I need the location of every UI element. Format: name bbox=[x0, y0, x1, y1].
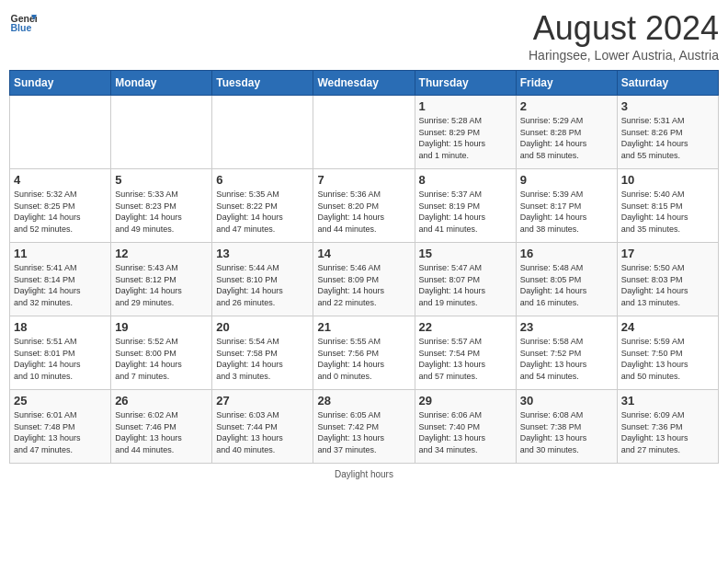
day-number: 18 bbox=[14, 320, 107, 334]
day-number: 5 bbox=[115, 173, 208, 187]
day-info: Sunrise: 6:08 AM Sunset: 7:38 PM Dayligh… bbox=[520, 409, 613, 455]
day-cell: 19Sunrise: 5:52 AM Sunset: 8:00 PM Dayli… bbox=[111, 316, 212, 390]
day-info: Sunrise: 5:37 AM Sunset: 8:19 PM Dayligh… bbox=[419, 189, 512, 235]
location-title: Haringsee, Lower Austria, Austria bbox=[529, 48, 719, 63]
day-info: Sunrise: 5:31 AM Sunset: 8:26 PM Dayligh… bbox=[621, 115, 714, 161]
day-info: Sunrise: 5:44 AM Sunset: 8:10 PM Dayligh… bbox=[216, 262, 309, 308]
day-cell: 2Sunrise: 5:29 AM Sunset: 8:28 PM Daylig… bbox=[516, 96, 617, 169]
day-cell: 18Sunrise: 5:51 AM Sunset: 8:01 PM Dayli… bbox=[10, 316, 111, 390]
month-title: August 2024 bbox=[529, 9, 719, 48]
day-info: Sunrise: 5:57 AM Sunset: 7:54 PM Dayligh… bbox=[419, 336, 512, 382]
day-info: Sunrise: 5:55 AM Sunset: 7:56 PM Dayligh… bbox=[317, 336, 410, 382]
day-number: 6 bbox=[216, 173, 309, 187]
day-number: 2 bbox=[520, 99, 613, 113]
day-info: Sunrise: 5:47 AM Sunset: 8:07 PM Dayligh… bbox=[419, 262, 512, 308]
day-number: 27 bbox=[216, 394, 309, 408]
week-row-1: 1Sunrise: 5:28 AM Sunset: 8:29 PM Daylig… bbox=[10, 96, 719, 169]
day-cell: 10Sunrise: 5:40 AM Sunset: 8:15 PM Dayli… bbox=[617, 169, 718, 243]
day-cell: 15Sunrise: 5:47 AM Sunset: 8:07 PM Dayli… bbox=[415, 243, 516, 316]
day-number: 19 bbox=[115, 320, 208, 334]
day-number: 23 bbox=[520, 320, 613, 334]
day-cell: 11Sunrise: 5:41 AM Sunset: 8:14 PM Dayli… bbox=[10, 243, 111, 316]
week-row-5: 25Sunrise: 6:01 AM Sunset: 7:48 PM Dayli… bbox=[10, 390, 719, 464]
header-cell-tuesday: Tuesday bbox=[212, 71, 313, 96]
title-area: August 2024 Haringsee, Lower Austria, Au… bbox=[529, 9, 719, 63]
day-number: 13 bbox=[216, 247, 309, 260]
header-cell-wednesday: Wednesday bbox=[313, 71, 415, 96]
daylight-note: Daylight hours bbox=[9, 469, 719, 479]
day-cell bbox=[313, 96, 415, 169]
header-cell-monday: Monday bbox=[111, 71, 212, 96]
header-row: SundayMondayTuesdayWednesdayThursdayFrid… bbox=[10, 71, 719, 96]
day-cell: 3Sunrise: 5:31 AM Sunset: 8:26 PM Daylig… bbox=[617, 96, 718, 169]
day-cell: 20Sunrise: 5:54 AM Sunset: 7:58 PM Dayli… bbox=[212, 316, 313, 390]
day-info: Sunrise: 5:58 AM Sunset: 7:52 PM Dayligh… bbox=[520, 336, 613, 382]
day-number: 15 bbox=[419, 247, 512, 260]
day-info: Sunrise: 5:35 AM Sunset: 8:22 PM Dayligh… bbox=[216, 189, 309, 235]
day-cell: 1Sunrise: 5:28 AM Sunset: 8:29 PM Daylig… bbox=[415, 96, 516, 169]
day-cell: 6Sunrise: 5:35 AM Sunset: 8:22 PM Daylig… bbox=[212, 169, 313, 243]
day-cell: 30Sunrise: 6:08 AM Sunset: 7:38 PM Dayli… bbox=[516, 390, 617, 464]
day-cell bbox=[10, 96, 111, 169]
day-number: 11 bbox=[14, 247, 107, 260]
day-info: Sunrise: 5:29 AM Sunset: 8:28 PM Dayligh… bbox=[520, 115, 613, 161]
day-number: 29 bbox=[419, 394, 512, 408]
day-info: Sunrise: 6:05 AM Sunset: 7:42 PM Dayligh… bbox=[317, 409, 410, 455]
day-number: 7 bbox=[317, 173, 410, 187]
day-info: Sunrise: 5:52 AM Sunset: 8:00 PM Dayligh… bbox=[115, 336, 208, 382]
day-cell: 26Sunrise: 6:02 AM Sunset: 7:46 PM Dayli… bbox=[111, 390, 212, 464]
day-number: 22 bbox=[419, 320, 512, 334]
day-number: 24 bbox=[621, 320, 714, 334]
day-number: 10 bbox=[621, 173, 714, 187]
day-cell: 21Sunrise: 5:55 AM Sunset: 7:56 PM Dayli… bbox=[313, 316, 415, 390]
day-info: Sunrise: 5:54 AM Sunset: 7:58 PM Dayligh… bbox=[216, 336, 309, 382]
logo: General Blue bbox=[9, 9, 37, 37]
day-cell: 8Sunrise: 5:37 AM Sunset: 8:19 PM Daylig… bbox=[415, 169, 516, 243]
logo-icon: General Blue bbox=[9, 9, 37, 37]
day-number: 28 bbox=[317, 394, 410, 408]
day-cell: 24Sunrise: 5:59 AM Sunset: 7:50 PM Dayli… bbox=[617, 316, 718, 390]
day-number: 26 bbox=[115, 394, 208, 408]
day-number: 12 bbox=[115, 247, 208, 260]
day-info: Sunrise: 5:28 AM Sunset: 8:29 PM Dayligh… bbox=[419, 115, 512, 161]
day-cell: 27Sunrise: 6:03 AM Sunset: 7:44 PM Dayli… bbox=[212, 390, 313, 464]
day-number: 17 bbox=[621, 247, 714, 260]
day-info: Sunrise: 5:41 AM Sunset: 8:14 PM Dayligh… bbox=[14, 262, 107, 308]
day-info: Sunrise: 5:50 AM Sunset: 8:03 PM Dayligh… bbox=[621, 262, 714, 308]
day-number: 14 bbox=[317, 247, 410, 260]
day-number: 16 bbox=[520, 247, 613, 260]
header: General Blue August 2024 Haringsee, Lowe… bbox=[9, 9, 719, 63]
header-cell-friday: Friday bbox=[516, 71, 617, 96]
day-number: 8 bbox=[419, 173, 512, 187]
day-info: Sunrise: 5:39 AM Sunset: 8:17 PM Dayligh… bbox=[520, 189, 613, 235]
day-cell: 28Sunrise: 6:05 AM Sunset: 7:42 PM Dayli… bbox=[313, 390, 415, 464]
day-info: Sunrise: 5:33 AM Sunset: 8:23 PM Dayligh… bbox=[115, 189, 208, 235]
day-number: 9 bbox=[520, 173, 613, 187]
day-info: Sunrise: 5:32 AM Sunset: 8:25 PM Dayligh… bbox=[14, 189, 107, 235]
day-cell: 13Sunrise: 5:44 AM Sunset: 8:10 PM Dayli… bbox=[212, 243, 313, 316]
day-cell: 16Sunrise: 5:48 AM Sunset: 8:05 PM Dayli… bbox=[516, 243, 617, 316]
day-cell: 31Sunrise: 6:09 AM Sunset: 7:36 PM Dayli… bbox=[617, 390, 718, 464]
day-cell bbox=[111, 96, 212, 169]
day-cell: 17Sunrise: 5:50 AM Sunset: 8:03 PM Dayli… bbox=[617, 243, 718, 316]
day-info: Sunrise: 6:06 AM Sunset: 7:40 PM Dayligh… bbox=[419, 409, 512, 455]
day-cell: 22Sunrise: 5:57 AM Sunset: 7:54 PM Dayli… bbox=[415, 316, 516, 390]
day-cell: 14Sunrise: 5:46 AM Sunset: 8:09 PM Dayli… bbox=[313, 243, 415, 316]
day-info: Sunrise: 5:43 AM Sunset: 8:12 PM Dayligh… bbox=[115, 262, 208, 308]
day-cell: 25Sunrise: 6:01 AM Sunset: 7:48 PM Dayli… bbox=[10, 390, 111, 464]
day-number: 20 bbox=[216, 320, 309, 334]
day-number: 25 bbox=[14, 394, 107, 408]
header-cell-thursday: Thursday bbox=[415, 71, 516, 96]
day-info: Sunrise: 5:48 AM Sunset: 8:05 PM Dayligh… bbox=[520, 262, 613, 308]
svg-text:Blue: Blue bbox=[11, 22, 32, 33]
header-cell-saturday: Saturday bbox=[617, 71, 718, 96]
day-info: Sunrise: 5:51 AM Sunset: 8:01 PM Dayligh… bbox=[14, 336, 107, 382]
calendar-table: SundayMondayTuesdayWednesdayThursdayFrid… bbox=[9, 70, 719, 464]
day-number: 1 bbox=[419, 99, 512, 113]
day-info: Sunrise: 5:40 AM Sunset: 8:15 PM Dayligh… bbox=[621, 189, 714, 235]
day-info: Sunrise: 5:59 AM Sunset: 7:50 PM Dayligh… bbox=[621, 336, 714, 382]
day-info: Sunrise: 5:46 AM Sunset: 8:09 PM Dayligh… bbox=[317, 262, 410, 308]
day-cell: 12Sunrise: 5:43 AM Sunset: 8:12 PM Dayli… bbox=[111, 243, 212, 316]
header-cell-sunday: Sunday bbox=[10, 71, 111, 96]
day-cell: 7Sunrise: 5:36 AM Sunset: 8:20 PM Daylig… bbox=[313, 169, 415, 243]
